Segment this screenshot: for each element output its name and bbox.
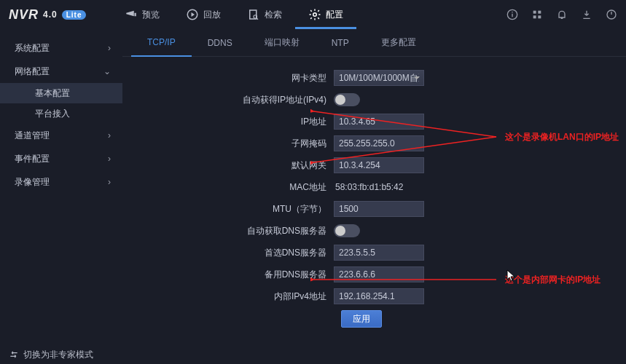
sidebar-item-label: 网络配置 <box>15 66 50 78</box>
brand-logo: NVR 4.0 Lite <box>9 7 86 23</box>
nav-search-label: 检索 <box>265 9 282 21</box>
nav-config[interactable]: 配置 <box>295 0 356 29</box>
tab-tcpip[interactable]: TCP/IP <box>131 29 192 57</box>
nic-type-select[interactable]: 10M/100M/1000M自适应 <box>334 70 424 86</box>
svg-rect-8 <box>538 15 541 18</box>
dns2-label: 备用DNS服务器 <box>122 269 334 281</box>
search-doc-icon <box>247 8 260 21</box>
chevron-down-icon: ⌄ <box>103 66 111 76</box>
ip-label: IP地址 <box>122 116 334 128</box>
tab-label: TCP/IP <box>147 37 176 47</box>
svg-rect-6 <box>538 11 541 14</box>
inner-ip-input[interactable] <box>334 288 424 304</box>
tab-label: NTP <box>332 38 349 48</box>
dns1-label: 首选DNS服务器 <box>122 247 334 259</box>
playback-icon <box>186 8 199 21</box>
sidebar-sub-label: 平台接入 <box>35 108 70 120</box>
annotation-text-lan: 这个是录像机LAN口的IP地址 <box>505 131 619 143</box>
auto-dns-label: 自动获取DNS服务器 <box>122 225 334 237</box>
footer-label: 切换为非专家模式 <box>23 349 93 361</box>
sidebar-sub-label: 基本配置 <box>35 87 70 100</box>
tab-port[interactable]: 端口映射 <box>249 29 316 57</box>
tab-more[interactable]: 更多配置 <box>365 29 432 57</box>
power-icon[interactable] <box>606 9 617 20</box>
mask-label: 子网掩码 <box>122 138 334 150</box>
svg-rect-1 <box>250 10 257 19</box>
svg-point-3 <box>313 13 317 17</box>
sidebar-item-label: 录像管理 <box>15 176 50 189</box>
apply-button[interactable]: 应用 <box>341 310 382 328</box>
brand-lite-badge: Lite <box>62 10 87 20</box>
auto-ip-label: 自动获得IP地址(IPv4) <box>122 94 334 106</box>
sidebar-item-event[interactable]: 事件配置 › <box>0 147 122 170</box>
bell-icon[interactable] <box>556 9 568 20</box>
dns2-input[interactable] <box>334 266 424 282</box>
sidebar-item-label: 通道管理 <box>15 130 50 142</box>
mouse-cursor-icon <box>506 269 517 282</box>
sidebar-item-label: 事件配置 <box>15 153 50 165</box>
tab-ntp[interactable]: NTP <box>316 29 365 57</box>
nav-playback-label: 回放 <box>203 9 221 21</box>
gear-icon <box>308 8 321 21</box>
tab-bar: TCP/IP DDNS 端口映射 NTP 更多配置 <box>122 29 626 57</box>
sidebar-item-system[interactable]: 系统配置 › <box>0 36 122 60</box>
mtu-input[interactable] <box>334 201 424 217</box>
nav-preview-label: 预览 <box>142 9 160 21</box>
mac-label: MAC地址 <box>122 181 334 194</box>
gw-input[interactable] <box>334 157 424 173</box>
download-icon[interactable] <box>581 9 592 20</box>
svg-rect-7 <box>533 15 536 18</box>
info-icon[interactable] <box>506 9 518 20</box>
grid-icon[interactable] <box>531 9 543 20</box>
nic-type-label: 网卡类型 <box>122 72 334 84</box>
sidebar-sub-basic[interactable]: 基本配置 <box>0 83 122 103</box>
annotation-text-inner: 这个是内部网卡的IP地址 <box>505 274 600 286</box>
mtu-label: MTU（字节） <box>122 203 334 215</box>
nav-playback[interactable]: 回放 <box>173 0 234 29</box>
mask-input[interactable] <box>334 135 424 151</box>
nav-preview[interactable]: 预览 <box>111 0 173 29</box>
chevron-right-icon: › <box>108 177 111 187</box>
tab-label: DDNS <box>208 38 232 48</box>
sidebar-item-channel[interactable]: 通道管理 › <box>0 124 122 147</box>
camera-icon <box>125 8 138 21</box>
nav-config-label: 配置 <box>326 9 343 21</box>
mac-value: 58:03:fb:d1:b5:42 <box>334 182 403 192</box>
auto-dns-toggle[interactable] <box>334 224 360 237</box>
tab-ddns[interactable]: DDNS <box>192 29 249 57</box>
sidebar-item-label: 系统配置 <box>15 42 50 55</box>
sidebar-sub-platform[interactable]: 平台接入 <box>0 103 122 124</box>
auto-ip-toggle[interactable] <box>334 93 360 106</box>
sidebar: 系统配置 › 网络配置 ⌄ 基本配置 平台接入 通道管理 › 事件配置 › 录像… <box>0 29 122 345</box>
chevron-right-icon: › <box>108 154 111 164</box>
annotation-arrow-lan <box>310 100 504 166</box>
chevron-right-icon: › <box>108 43 111 53</box>
chevron-right-icon: › <box>108 130 111 141</box>
inner-ip-label: 内部IPv4地址 <box>122 290 334 303</box>
gw-label: 默认网关 <box>122 159 334 172</box>
nav-search[interactable]: 检索 <box>234 0 295 29</box>
brand-name: NVR <box>9 7 39 23</box>
svg-rect-5 <box>533 11 536 14</box>
footer-mode-switch[interactable]: 切换为非专家模式 <box>0 345 93 364</box>
sidebar-item-network[interactable]: 网络配置 ⌄ <box>0 60 122 83</box>
tab-label: 更多配置 <box>381 36 416 49</box>
ip-input[interactable] <box>334 114 424 130</box>
sidebar-item-record[interactable]: 录像管理 › <box>0 170 122 194</box>
dns1-input[interactable] <box>334 245 424 261</box>
brand-version: 4.0 <box>43 9 58 20</box>
swap-icon <box>9 349 19 360</box>
tab-label: 端口映射 <box>265 36 300 49</box>
